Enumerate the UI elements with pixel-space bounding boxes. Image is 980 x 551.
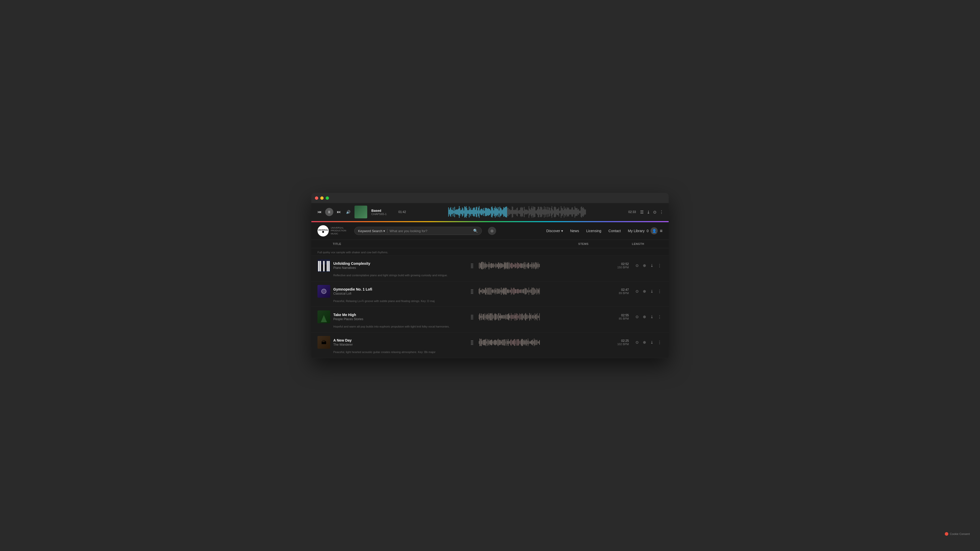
track-duration: 02:47 [614,288,629,292]
track-bpm: 85 BPM [614,317,629,320]
track-album: The Wanderer [333,343,465,346]
track-actions: ⊙ ⊕ ⤓ ⋮ [635,313,662,320]
track-duration: 02:25 [614,339,629,343]
add-to-list-button[interactable]: ⊕ [642,288,647,295]
track-album: People Places Stories [333,318,465,321]
time-total: 02:33 [627,210,636,214]
track-timing: 02:55 85 BPM [614,313,629,320]
player-bar: ⏮ ⏸ ⏭ 🔊 Based CHAPS65-1 01:42 02:33 ☰ ⤓ … [311,203,669,221]
logo-icon: UNIVERSAL⬤ [318,225,329,237]
track-bpm: 150 BPM [614,266,629,269]
download-track-button[interactable]: ⤓ [649,288,655,295]
volume-icon[interactable]: 🔊 [346,210,350,214]
search-area[interactable]: Keyword Search ▾ What are you looking fo… [354,227,482,235]
col-length-header: LENGTH [632,242,662,245]
nav-bar: UNIVERSAL⬤ UNIVERSALPRODUCTIONMUSIC Keyw… [311,222,669,240]
track-item[interactable]: Gymnopedie No. 1 Lofi Classical Lofi ⣿ 0… [311,281,669,307]
time-current: 01:42 [398,210,407,214]
cookie-consent[interactable]: Cookie Consent [945,532,970,536]
download-track-button[interactable]: ⤓ [649,262,655,269]
mini-waveform [479,312,611,321]
track-timing: 02:25 102 BPM [614,339,629,346]
track-name: Unfolding Complexity [333,262,465,265]
track-album-art [318,285,330,298]
login-icon[interactable]: ⊙ [653,210,656,214]
download-header-icon[interactable]: ⤓ [647,210,650,214]
nav-links: Discover ▾ News Licensing Contact My Lib… [546,227,662,234]
nav-news[interactable]: News [570,229,579,233]
stems-button[interactable]: ⣿ [468,263,476,268]
add-to-list-button[interactable]: ⊕ [642,339,647,346]
col-stems-header: STEMS [535,242,632,245]
track-row: 🏔 A New Day The Wanderer ⣿ 02:25 102 BPM… [318,336,662,349]
track-row: Take Me High People Places Stories ⣿ 02:… [318,310,662,323]
preview-toggle-button[interactable]: ⊙ [635,288,640,295]
now-playing-title: Based [371,209,394,213]
track-item[interactable]: Unfolding Complexity Piano Narratives ⣿ … [311,256,669,281]
track-description: Peaceful, light hearted acoustic guitar … [318,350,662,354]
download-track-button[interactable]: ⤓ [649,313,655,320]
nav-discover[interactable]: Discover ▾ [546,229,563,233]
logo-text: UNIVERSALPRODUCTIONMUSIC [331,227,346,235]
col-title-header: TITLE [318,242,535,245]
add-to-list-button[interactable]: ⊕ [642,262,647,269]
preview-toggle-button[interactable]: ⊙ [635,313,640,320]
track-duration: 02:55 [614,313,629,317]
track-list: Unfolding Complexity Piano Narratives ⣿ … [311,256,669,358]
queue-icon[interactable]: ☰ [640,210,644,214]
track-timing: 02:47 89 BPM [614,288,629,295]
chevron-down-icon: ▾ [383,229,385,233]
maximize-button[interactable] [326,197,329,200]
download-track-button[interactable]: ⤓ [649,339,655,346]
prev-button[interactable]: ⏮ [317,209,323,215]
partial-track-row: Full quirky vox sample with shaker and c… [311,248,669,256]
more-options-icon[interactable]: ⋮ [659,210,663,214]
player-right-controls: ☰ ⤓ ⊙ ⋮ [640,210,663,214]
more-track-options[interactable]: ⋮ [657,339,662,346]
track-description: Peaceful, Relaxing Lo-Fi groove with sub… [318,299,662,303]
player-controls: ⏮ ⏸ ⏭ [317,208,342,216]
next-button[interactable]: ⏭ [336,209,342,215]
track-timing: 02:52 150 BPM [614,262,629,269]
player-waveform[interactable] [411,206,623,218]
nav-contact[interactable]: Contact [608,229,620,233]
track-meta: Gymnopedie No. 1 Lofi Classical Lofi [333,287,465,295]
title-bar [311,193,669,203]
more-track-options[interactable]: ⋮ [657,288,662,295]
minimize-button[interactable] [320,197,324,200]
close-button[interactable] [315,197,318,200]
search-type-dropdown[interactable]: Keyword Search ▾ [358,229,385,233]
cookie-dot [945,532,948,536]
now-playing-info: Based CHAPS65-1 [371,209,394,216]
app-window: ⏮ ⏸ ⏭ 🔊 Based CHAPS65-1 01:42 02:33 ☰ ⤓ … [311,193,669,358]
stems-button[interactable]: ⣿ [468,314,476,320]
track-name: A New Day [333,338,465,342]
mini-waveform [479,338,611,347]
cookie-text: Cookie Consent [950,532,970,535]
track-bpm: 89 BPM [614,292,629,295]
filter-button[interactable]: ≡ [660,228,662,233]
stems-button[interactable]: ⣿ [468,340,476,345]
ai-toggle-button[interactable]: ⊙ [488,227,496,235]
account-icon[interactable]: 👤 [651,227,658,234]
preview-toggle-button[interactable]: ⊙ [635,339,640,346]
preview-toggle-button[interactable]: ⊙ [635,262,640,269]
track-item[interactable]: Take Me High People Places Stories ⣿ 02:… [311,307,669,332]
search-submit-button[interactable]: 🔍 [473,229,478,233]
track-album-art: 🏔 [318,336,330,349]
logo-area: UNIVERSAL⬤ UNIVERSALPRODUCTIONMUSIC [318,225,348,237]
now-playing-id: CHAPS65-1 [371,213,394,216]
track-item[interactable]: 🏔 A New Day The Wanderer ⣿ 02:25 102 BPM… [311,332,669,358]
add-to-list-button[interactable]: ⊕ [642,313,647,320]
more-track-options[interactable]: ⋮ [657,262,662,269]
track-album-art [318,310,330,323]
play-pause-button[interactable]: ⏸ [325,208,333,216]
my-library-button[interactable]: My Library 0 👤 ≡ [628,227,662,234]
track-description: Reflective and contemplative piano and l… [318,273,662,277]
search-input[interactable]: What are you looking for? [390,229,471,233]
more-track-options[interactable]: ⋮ [657,313,662,320]
nav-licensing[interactable]: Licensing [586,229,601,233]
track-row: Unfolding Complexity Piano Narratives ⣿ … [318,259,662,272]
stems-button[interactable]: ⣿ [468,289,476,294]
track-row: Gymnopedie No. 1 Lofi Classical Lofi ⣿ 0… [318,285,662,298]
